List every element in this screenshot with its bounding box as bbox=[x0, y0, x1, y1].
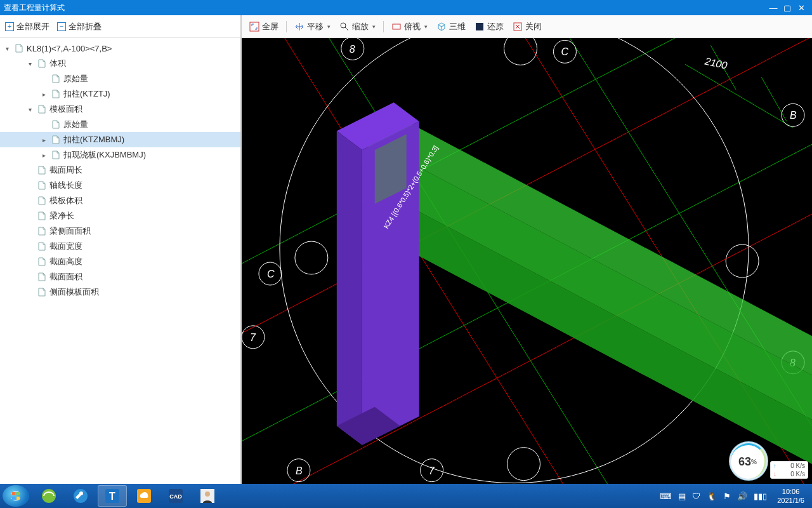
tray-flag-icon[interactable]: ⚑ bbox=[723, 491, 731, 501]
tree-item[interactable]: 模板体积 bbox=[0, 193, 240, 208]
tree-item[interactable]: 原始量 bbox=[0, 117, 240, 132]
close-view-button[interactable]: 关闭 bbox=[510, 20, 544, 34]
svg-rect-46 bbox=[12, 492, 15, 495]
svg-text:8: 8 bbox=[350, 44, 355, 55]
minus-icon: − bbox=[57, 22, 66, 31]
document-icon bbox=[51, 119, 61, 130]
tray-icon[interactable]: ⌨ bbox=[660, 491, 672, 501]
svg-rect-48 bbox=[12, 497, 15, 500]
expander-icon[interactable]: ▸ bbox=[39, 152, 48, 159]
tree-item-label: 梁净长 bbox=[49, 210, 74, 222]
close-button[interactable]: ✕ bbox=[794, 3, 808, 13]
svg-text:CAD: CAD bbox=[169, 493, 182, 500]
taskbar-app-wrench[interactable] bbox=[66, 485, 95, 507]
svg-text:7: 7 bbox=[429, 465, 435, 476]
cube-icon bbox=[436, 22, 447, 32]
view-toolbar: 全屏 平移 缩放 俯视 三维 还原 bbox=[242, 15, 812, 38]
document-icon bbox=[37, 287, 47, 297]
close-icon bbox=[513, 22, 523, 32]
tree-item-label: 轴线长度 bbox=[49, 180, 82, 191]
tree-item-label: 截面周长 bbox=[49, 164, 82, 176]
tree-item-label: 模板体积 bbox=[49, 195, 82, 206]
tree-item-label: 截面面积 bbox=[49, 271, 82, 283]
taskbar-app-t[interactable]: T bbox=[98, 485, 127, 507]
taskbar-app-cloud[interactable] bbox=[129, 485, 159, 507]
plus-icon: + bbox=[5, 22, 14, 31]
window-title: 查看工程量计算式 bbox=[4, 3, 65, 13]
tree-item[interactable]: 截面高度 bbox=[0, 254, 240, 269]
tree-root[interactable]: ▾ KL8(1)<7,A-100><7,B> bbox=[0, 41, 240, 56]
start-button[interactable] bbox=[3, 485, 29, 507]
tree-item[interactable]: 侧面模板面积 bbox=[0, 284, 240, 300]
tree-item-label: 扣现浇板(KXJBMBMJ) bbox=[63, 149, 146, 161]
taskbar-clock[interactable]: 10:06 2021/1/6 bbox=[772, 487, 809, 505]
tree-item[interactable]: 轴线长度 bbox=[0, 178, 240, 193]
tree-item[interactable]: 梁侧面面积 bbox=[0, 224, 240, 239]
tray-shield-icon[interactable]: 🛡 bbox=[692, 491, 700, 501]
tree-item[interactable]: 梁净长 bbox=[0, 208, 240, 224]
tree-item-label: 侧面模板面积 bbox=[49, 286, 99, 298]
document-icon bbox=[14, 43, 24, 53]
tree-item[interactable]: 截面宽度 bbox=[0, 239, 240, 254]
zoom-button[interactable]: 缩放 bbox=[337, 20, 378, 34]
look-button[interactable]: 俯视 bbox=[389, 20, 430, 34]
tree-item[interactable]: 原始量 bbox=[0, 71, 240, 86]
left-toolbar: + 全部展开 − 全部折叠 bbox=[0, 15, 240, 38]
tree-item[interactable]: ▾模板面积 bbox=[0, 102, 240, 117]
tree-item-label: 模板面积 bbox=[49, 104, 82, 115]
viewport-3d[interactable]: 8 C B 8 C 7 B 7 bbox=[242, 38, 812, 484]
system-tray[interactable]: ⌨ ▤ 🛡 🐧 ⚑ 🔊 ▮▮▯ bbox=[655, 491, 772, 501]
pan-button[interactable]: 平移 bbox=[292, 20, 333, 34]
tree-item[interactable]: ▸扣现浇板(KXJBMBMJ) bbox=[0, 147, 240, 163]
tray-qq-icon[interactable]: 🐧 bbox=[707, 491, 717, 501]
expander-icon[interactable]: ▾ bbox=[25, 106, 34, 113]
tree-root-label: KL8(1)<7,A-100><7,B> bbox=[27, 44, 112, 53]
look-icon bbox=[391, 22, 402, 32]
tree-item-label: 原始量 bbox=[63, 119, 88, 130]
threed-button[interactable]: 三维 bbox=[434, 20, 468, 34]
tree-item[interactable]: ▸扣柱(KTZMBMJ) bbox=[0, 132, 240, 147]
svg-line-13 bbox=[685, 64, 793, 128]
document-icon bbox=[37, 58, 47, 69]
taskbar-app-cad[interactable]: CAD bbox=[161, 485, 190, 507]
tree-item[interactable]: ▸扣柱(KTZTJ) bbox=[0, 86, 240, 102]
svg-point-58 bbox=[205, 491, 210, 497]
expander-icon[interactable]: ▸ bbox=[39, 137, 48, 144]
pan-icon bbox=[294, 22, 304, 32]
document-icon bbox=[51, 150, 61, 160]
collapse-all-button[interactable]: − 全部折叠 bbox=[57, 21, 102, 32]
svg-point-27 bbox=[295, 241, 328, 274]
tree-item-label: 截面宽度 bbox=[49, 241, 82, 252]
taskbar-app-ie[interactable] bbox=[34, 485, 63, 507]
document-icon bbox=[37, 257, 47, 267]
expander-icon[interactable]: ▾ bbox=[3, 45, 11, 52]
tray-icon[interactable]: ▤ bbox=[678, 491, 686, 501]
tree-item[interactable]: 截面面积 bbox=[0, 269, 240, 284]
maximize-button[interactable]: ▢ bbox=[780, 3, 794, 13]
svg-line-15 bbox=[761, 77, 787, 121]
minimize-button[interactable]: — bbox=[766, 3, 780, 13]
fullscreen-button[interactable]: 全屏 bbox=[247, 20, 281, 34]
expander-icon[interactable]: ▾ bbox=[25, 60, 34, 67]
document-icon bbox=[51, 89, 61, 99]
svg-marker-38 bbox=[369, 140, 812, 420]
tree-item[interactable]: 截面周长 bbox=[0, 163, 240, 178]
expand-all-button[interactable]: + 全部展开 bbox=[5, 21, 49, 32]
taskbar-app-avatar[interactable] bbox=[193, 485, 222, 507]
tree-view[interactable]: ▾ KL8(1)<7,A-100><7,B> ▾体积原始量▸扣柱(KTZTJ)▾… bbox=[0, 38, 240, 484]
tray-network-icon[interactable]: ▮▮▯ bbox=[754, 491, 767, 501]
svg-text:T: T bbox=[109, 491, 115, 502]
svg-point-1 bbox=[341, 23, 346, 28]
svg-rect-47 bbox=[16, 492, 20, 495]
svg-text:C: C bbox=[267, 269, 275, 279]
tree-item[interactable]: ▾体积 bbox=[0, 56, 240, 71]
tree-item-label: 扣柱(KTZMBMJ) bbox=[63, 134, 124, 145]
dimension-text: 2100 bbox=[704, 55, 728, 70]
restore-button[interactable]: 还原 bbox=[472, 20, 506, 34]
document-icon bbox=[51, 135, 61, 145]
taskbar[interactable]: T CAD ⌨ ▤ 🛡 🐧 ⚑ 🔊 ▮▮▯ 10:06 2021/1/6 bbox=[0, 484, 812, 508]
svg-point-26 bbox=[726, 244, 759, 277]
tray-volume-icon[interactable]: 🔊 bbox=[737, 491, 747, 501]
svg-rect-2 bbox=[393, 24, 400, 29]
expander-icon[interactable]: ▸ bbox=[39, 91, 48, 98]
